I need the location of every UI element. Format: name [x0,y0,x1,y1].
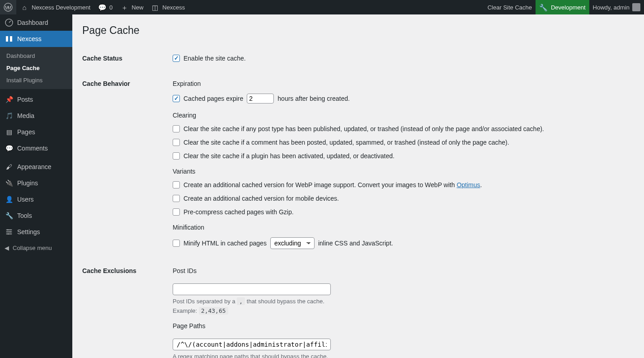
comments-link[interactable]: 💬 0 [94,0,116,14]
enable-cache-label: Enable the site cache. [183,55,246,62]
enable-cache-row[interactable]: Enable the site cache. [173,55,633,62]
post-ids-label: Post IDs [173,267,633,274]
post-ids-example-code: 2,43,65 [199,307,228,315]
variant-gzip-label: Pre-compress cached pages with Gzip. [183,208,294,216]
page-paths-desc: A regex matching page paths that should … [173,353,633,358]
development-env[interactable]: 🔧 Development [536,0,589,14]
new-link[interactable]: ＋ New [116,0,147,14]
minify-checkbox[interactable] [173,240,180,247]
sidebar-item-label: Plugins [17,179,38,187]
sidebar-item-pages[interactable]: ▤ Pages [0,124,72,140]
plus-icon: ＋ [120,4,129,11]
brush-icon: 🖌 [5,162,14,171]
wordpress-logo[interactable] [0,0,16,14]
expiration-label: Expiration [173,80,633,87]
optimus-link[interactable]: Optimus [456,181,480,188]
clear-post-row[interactable]: Clear the site cache if any post type ha… [173,125,633,132]
sidebar-item-label: Nexcess [17,35,42,42]
variants-label: Variants [173,168,633,175]
minification-label: Minification [173,224,633,231]
minify-prefix: Minify HTML in cached pages [183,240,267,247]
sidebar-item-label: Dashboard [17,19,48,26]
sidebar-item-nexcess[interactable]: Nexcess [0,31,72,47]
plugin-icon: 🔌 [5,179,14,188]
svg-rect-6 [6,234,12,235]
svg-point-7 [7,229,9,231]
submenu-dashboard[interactable]: Dashboard [0,50,72,62]
sidebar-item-label: Appearance [17,163,52,170]
svg-point-9 [8,233,9,235]
sidebar-item-label: Media [17,112,34,119]
page-paths-label: Page Paths [173,322,633,330]
expire-hours-input[interactable] [247,94,274,104]
nexcess-logo-icon [5,34,14,43]
sidebar-item-media[interactable]: 🎵 Media [0,108,72,124]
clear-post-checkbox[interactable] [173,125,180,132]
sidebar-item-settings[interactable]: Settings [0,224,72,240]
avatar [632,3,640,11]
expire-row[interactable]: Cached pages expire hours after being cr… [173,94,633,104]
nexcess-submenu: Dashboard Page Cache Install Plugins [0,47,72,89]
settings-icon [5,227,14,236]
media-icon: 🎵 [5,111,14,120]
sidebar-item-label: Users [17,196,34,203]
clear-site-cache[interactable]: Clear Site Cache [484,0,536,14]
collapse-menu[interactable]: ◀ Collapse menu [0,240,72,256]
expire-prefix: Cached pages expire [183,95,243,102]
post-ids-sep-code: , [237,297,245,305]
sidebar-item-posts[interactable]: 📌 Posts [0,91,72,108]
post-ids-example: Example: 2,43,65 [173,307,633,314]
post-ids-input[interactable] [173,283,331,295]
post-ids-desc: Post IDs separated by a , that should by… [173,298,633,305]
comment-icon: 💬 [98,4,107,11]
svg-point-8 [9,231,11,233]
clear-plugin-checkbox[interactable] [173,152,180,160]
sidebar-item-comments[interactable]: 💬 Comments [0,140,72,156]
admin-sidebar: Dashboard Nexcess Dashboard Page Cache I… [0,14,72,358]
variant-mobile-row[interactable]: Create an additional cached version for … [173,195,633,202]
svg-rect-3 [10,36,12,42]
sidebar-item-users[interactable]: 👤 Users [0,191,72,207]
variant-gzip-checkbox[interactable] [173,208,180,216]
sidebar-item-plugins[interactable]: 🔌 Plugins [0,175,72,191]
nexcess-link[interactable]: ◫ Nexcess [147,0,188,14]
variant-gzip-row[interactable]: Pre-compress cached pages with Gzip. [173,208,633,216]
section-heading-cache-status: Cache Status [82,46,173,71]
wrench-icon: 🔧 [539,4,548,11]
page-paths-input[interactable] [173,339,331,350]
sidebar-item-label: Pages [17,128,35,136]
sidebar-item-appearance[interactable]: 🖌 Appearance [0,159,72,175]
home-icon: ⌂ [20,4,29,11]
expire-checkbox[interactable] [173,95,180,102]
dashboard-icon [5,18,14,27]
variant-webp-suffix: . [480,181,482,188]
sidebar-item-dashboard[interactable]: Dashboard [0,14,72,31]
variant-mobile-checkbox[interactable] [173,195,180,202]
site-name: Nexcess Development [32,4,90,11]
minify-row[interactable]: Minify HTML in cached pages excluding in… [173,237,633,249]
site-link[interactable]: ⌂ Nexcess Development [16,0,94,14]
new-label: New [132,4,143,11]
account-link[interactable]: Howdy, admin [589,0,644,14]
nexcess-label: Nexcess [162,4,185,11]
comments-count: 0 [109,4,113,11]
main-content: Page Cache Cache Status Enable the site … [72,14,644,358]
section-heading-cache-behavior: Cache Behavior [82,71,173,258]
clear-comment-checkbox[interactable] [173,139,180,146]
minify-select[interactable]: excluding [270,237,315,249]
comment-icon: 💬 [5,144,14,153]
page-title: Page Cache [82,24,633,37]
svg-rect-5 [6,231,12,232]
expire-suffix: hours after being created. [277,95,350,102]
submenu-page-cache[interactable]: Page Cache [0,62,72,74]
svg-rect-4 [6,230,12,231]
variant-webp-checkbox[interactable] [173,181,180,188]
clear-comment-row[interactable]: Clear the site cache if a comment has be… [173,139,633,146]
variant-webp-row[interactable]: Create an additional cached version for … [173,181,633,188]
submenu-install-plugins[interactable]: Install Plugins [0,74,72,86]
admin-toolbar: ⌂ Nexcess Development 💬 0 ＋ New ◫ Nexces… [0,0,644,14]
sidebar-item-tools[interactable]: 🔧 Tools [0,207,72,224]
collapse-icon: ◀ [5,245,9,251]
clear-plugin-row[interactable]: Clear the site cache if a plugin has bee… [173,152,633,160]
enable-cache-checkbox[interactable] [173,55,180,62]
